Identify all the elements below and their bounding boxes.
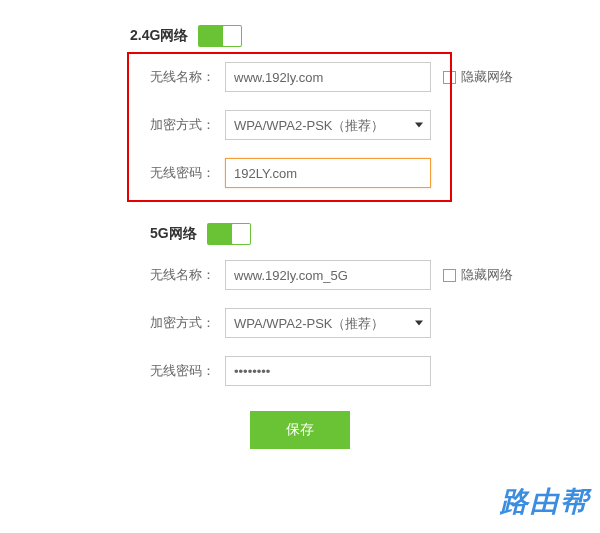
row-24g-name: 无线名称： 隐藏网络 <box>0 62 600 92</box>
input-5g-name[interactable] <box>225 260 431 290</box>
label-hide-5g: 隐藏网络 <box>461 266 513 284</box>
input-24g-name[interactable] <box>225 62 431 92</box>
toggle-24g-thumb <box>223 26 241 46</box>
hide-5g-wrap: 隐藏网络 <box>443 266 513 284</box>
input-5g-password[interactable] <box>225 356 431 386</box>
hide-24g-wrap: 隐藏网络 <box>443 68 513 86</box>
label-24g-password: 无线密码： <box>145 164 215 182</box>
toggle-24g[interactable] <box>198 25 242 47</box>
label-5g-password: 无线密码： <box>145 362 215 380</box>
label-24g-name: 无线名称： <box>145 68 215 86</box>
row-5g-password: 无线密码： <box>0 356 600 386</box>
input-24g-password[interactable] <box>225 158 431 188</box>
toggle-5g[interactable] <box>207 223 251 245</box>
checkbox-hide-24g[interactable] <box>443 71 456 84</box>
section-5g-title: 5G网络 <box>150 225 197 243</box>
row-24g-encrypt: 加密方式： WPA/WPA2-PSK（推荐） <box>0 110 600 140</box>
watermark: 路由帮 <box>500 483 590 521</box>
row-5g-name: 无线名称： 隐藏网络 <box>0 260 600 290</box>
select-24g-encrypt[interactable]: WPA/WPA2-PSK（推荐） <box>225 110 431 140</box>
label-24g-encrypt: 加密方式： <box>145 116 215 134</box>
select-5g-encrypt[interactable]: WPA/WPA2-PSK（推荐） <box>225 308 431 338</box>
checkbox-hide-5g[interactable] <box>443 269 456 282</box>
section-5g-header: 5G网络 <box>0 223 600 245</box>
label-5g-encrypt: 加密方式： <box>145 314 215 332</box>
row-24g-password: 无线密码： <box>0 158 600 188</box>
toggle-5g-thumb <box>232 224 250 244</box>
row-5g-encrypt: 加密方式： WPA/WPA2-PSK（推荐） <box>0 308 600 338</box>
label-5g-name: 无线名称： <box>145 266 215 284</box>
section-24g-title: 2.4G网络 <box>130 27 188 45</box>
save-button[interactable]: 保存 <box>250 411 350 449</box>
section-24g-header: 2.4G网络 <box>0 25 600 47</box>
label-hide-24g: 隐藏网络 <box>461 68 513 86</box>
